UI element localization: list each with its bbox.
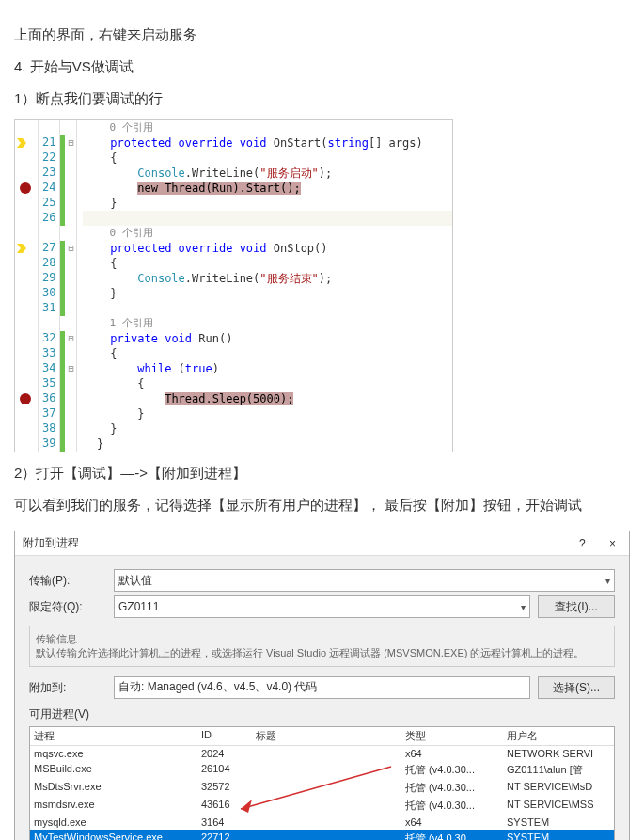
process-row[interactable]: msmdsrv.exe43616托管 (v4.0.30...NT SERVICE… <box>30 797 614 815</box>
code-line[interactable]: } <box>83 286 452 301</box>
transport-info: 传输信息 默认传输允许选择此计算机上的进程，或选择运行 Visual Studi… <box>29 626 615 667</box>
attach-to-input[interactable]: 自动: Managed (v4.6、v4.5、v4.0) 代码 <box>114 676 530 699</box>
code-line[interactable]: { <box>83 376 452 391</box>
step-heading: 4. 开始与VS做调试 <box>14 55 630 78</box>
breakpoint-icon[interactable] <box>20 182 31 194</box>
col-id[interactable]: ID <box>197 727 252 745</box>
code-line[interactable]: { <box>83 151 452 166</box>
code-line[interactable]: private void Run() <box>83 331 452 346</box>
col-user[interactable]: 用户名 <box>503 727 614 745</box>
close-icon[interactable]: × <box>604 537 621 550</box>
help-icon[interactable]: ? <box>573 537 591 550</box>
code-line[interactable]: Console.WriteLine("服务结束"); <box>83 271 452 286</box>
process-list[interactable]: 进程 ID 标题 类型 用户名 mqsvc.exe2024x64NETWORK … <box>29 726 615 840</box>
code-line[interactable]: while (true) <box>83 361 452 376</box>
code-line[interactable]: Thread.Sleep(5000); <box>83 391 452 406</box>
code-line[interactable]: } <box>83 421 452 436</box>
col-process[interactable]: 进程 <box>30 727 197 745</box>
code-line[interactable]: new Thread(Run).Start(); <box>83 181 452 196</box>
process-row[interactable]: mysqld.exe3164x64SYSTEM <box>30 815 614 830</box>
process-row[interactable]: MyTestWindowsService.exe22712托管 (v4.0.30… <box>30 830 614 840</box>
process-row[interactable]: MSBuild.exe26104托管 (v4.0.30...GZ0111\alu… <box>30 761 614 779</box>
code-line[interactable]: } <box>83 436 452 452</box>
attach-dialog: 附加到进程 ? × 传输(P): 默认值 限定符(Q): GZ0111 查找(I… <box>14 531 630 840</box>
code-line[interactable]: 1 个引用 <box>83 316 452 331</box>
available-label: 可用进程(V) <box>29 706 615 722</box>
code-line[interactable]: protected override void OnStop() <box>83 241 452 256</box>
arrow-icon <box>17 138 26 148</box>
intro-line: 上面的界面，右键来启动服务 <box>14 24 630 46</box>
process-row[interactable]: mqsvc.exe2024x64NETWORK SERVI <box>30 746 614 761</box>
code-line[interactable]: Console.WriteLine("服务启动"); <box>83 166 452 181</box>
col-type[interactable]: 类型 <box>401 727 503 745</box>
qualifier-label: 限定符(Q): <box>29 599 114 615</box>
code-line[interactable]: 0 个引用 <box>83 120 452 135</box>
process-row[interactable]: MsDtsSrvr.exe32572托管 (v4.0.30...NT SERVI… <box>30 779 614 797</box>
select-button[interactable]: 选择(S)... <box>538 676 615 699</box>
code-line[interactable]: { <box>83 256 452 271</box>
attach-to-label: 附加到: <box>29 680 114 696</box>
code-line[interactable] <box>83 211 452 226</box>
breakpoint-icon[interactable] <box>20 393 31 404</box>
code-line[interactable]: protected override void OnStart(string[]… <box>83 135 452 151</box>
dialog-title-bar: 附加到进程 ? × <box>15 531 629 556</box>
col-title[interactable]: 标题 <box>252 727 401 745</box>
qualifier-combo[interactable]: GZ0111 <box>114 595 530 618</box>
code-line[interactable] <box>83 301 452 316</box>
step-sub: 2）打开【调试】—->【附加到进程】 <box>14 462 630 484</box>
find-button[interactable]: 查找(I)... <box>538 595 615 618</box>
dialog-title: 附加到进程 <box>23 535 79 551</box>
code-line[interactable]: 0 个引用 <box>83 226 452 241</box>
transport-combo[interactable]: 默认值 <box>114 569 615 592</box>
step-sub: 1）断点我们要调试的行 <box>14 87 630 110</box>
code-editor: 21222324252627282930313233343536373839 ⊟… <box>14 119 453 452</box>
arrow-icon <box>17 244 26 253</box>
code-line[interactable]: } <box>83 196 452 211</box>
code-line[interactable]: { <box>83 346 452 361</box>
transport-label: 传输(P): <box>29 573 114 589</box>
step-desc: 可以看到我们的服务，记得选择【显示所有用户的进程】， 最后按【附加】按钮，开始调… <box>14 494 630 516</box>
code-line[interactable]: } <box>83 406 452 421</box>
